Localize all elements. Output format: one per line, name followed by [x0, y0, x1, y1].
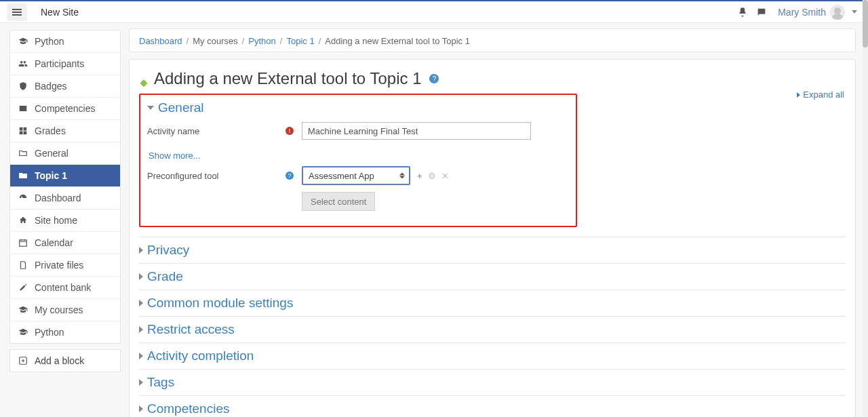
- show-more-link[interactable]: Show more...: [149, 151, 201, 161]
- sidebar-item-label: Python: [35, 36, 64, 47]
- preconfigured-tool-label: Preconfigured tool: [147, 171, 219, 181]
- sidebar-item-topic-1[interactable]: Topic 1: [10, 165, 120, 187]
- crumb-dashboard[interactable]: Dashboard: [139, 36, 182, 46]
- activity-name-input[interactable]: [302, 122, 531, 140]
- required-icon: !: [285, 127, 294, 135]
- crumb-mycourses: My courses: [193, 36, 237, 46]
- crumb-sep: /: [242, 36, 245, 46]
- tags-section-toggle[interactable]: Tags: [139, 375, 846, 390]
- folder-icon: [18, 171, 28, 180]
- activity-section-toggle[interactable]: Activity completion: [139, 349, 846, 363]
- sidebar-item-label: Topic 1: [35, 170, 67, 181]
- graduation-cap-icon: [18, 37, 28, 46]
- common-section-toggle[interactable]: Common module settings: [139, 296, 846, 311]
- user-menu-caret[interactable]: [852, 10, 857, 14]
- crumb-current: Adding a new External tool to Topic 1: [325, 36, 470, 46]
- sidebar-item-calendar[interactable]: Calendar: [10, 232, 120, 254]
- breadcrumb: Dashboard / My courses / Python / Topic …: [139, 36, 847, 46]
- brush-icon: [18, 283, 28, 292]
- chevron-right-icon: [139, 300, 143, 306]
- sidebar-item-python[interactable]: Python: [10, 31, 120, 53]
- graduation-cap-icon: [18, 305, 28, 315]
- sidebar-item-label: Dashboard: [35, 193, 81, 203]
- svg-rect-0: [20, 240, 27, 246]
- sidebar-item-grades[interactable]: Grades: [10, 120, 120, 142]
- add-block-label: Add a block: [35, 355, 84, 366]
- sidebar-item-label: Grades: [35, 125, 66, 136]
- sidebar-item-badges[interactable]: Badges: [10, 75, 120, 98]
- chevron-right-icon: [139, 353, 143, 359]
- sidebar: Python Participants Badges Competencies …: [0, 23, 121, 417]
- sidebar-item-competencies[interactable]: Competencies: [10, 98, 120, 120]
- restrict-section-toggle[interactable]: Restrict access: [139, 322, 846, 337]
- sidebar-item-label: Competencies: [35, 103, 96, 114]
- chevron-right-icon: [139, 405, 143, 412]
- sidebar-item-label: General: [35, 148, 68, 159]
- sidebar-item-label: Participants: [35, 58, 84, 69]
- puzzle-icon: [139, 74, 149, 83]
- scroll-thumb[interactable]: [863, 0, 868, 47]
- sidebar-item-label: Private files: [35, 260, 83, 271]
- grade-section-toggle[interactable]: Grade: [139, 269, 846, 284]
- chevron-right-icon: [139, 247, 143, 254]
- select-content-button[interactable]: Select content: [302, 192, 375, 211]
- page-title-text: Adding a new External tool to Topic 1: [154, 69, 421, 88]
- add-block-button[interactable]: Add a block: [9, 349, 121, 372]
- sidebar-item-my-courses[interactable]: My courses: [10, 299, 120, 321]
- chevron-right-icon: [139, 273, 143, 280]
- crumb-python[interactable]: Python: [248, 36, 275, 46]
- sidebar-item-general[interactable]: General: [10, 142, 120, 165]
- edit-tool-icon: ⚙: [428, 171, 436, 181]
- site-name: New Site: [41, 7, 79, 18]
- bell-icon[interactable]: [737, 7, 748, 18]
- page-title: Adding a new External tool to Topic 1 ?: [139, 69, 846, 88]
- sidebar-item-site-home[interactable]: Site home: [10, 210, 120, 232]
- dashboard-icon: [18, 193, 28, 203]
- crumb-sep: /: [186, 36, 189, 46]
- general-section-highlight: General Activity name ! Show more... Pre…: [139, 94, 577, 227]
- crumb-sep: /: [319, 36, 321, 46]
- sidebar-item-dashboard[interactable]: Dashboard: [10, 187, 120, 210]
- hamburger-menu-button[interactable]: [7, 3, 27, 21]
- sidebar-item-label: My courses: [35, 304, 83, 315]
- users-icon: [18, 59, 28, 68]
- preconfigured-tool-select[interactable]: Assessment App: [302, 166, 410, 185]
- expand-all-link[interactable]: Expand all: [797, 90, 844, 100]
- vertical-scrollbar[interactable]: [863, 0, 868, 417]
- grid-icon: [18, 126, 28, 136]
- add-tool-icon[interactable]: +: [417, 171, 422, 181]
- activity-name-label: Activity name: [147, 126, 199, 136]
- select-caret-icon: [399, 173, 405, 179]
- sidebar-item-label: Site home: [35, 215, 77, 226]
- general-section-toggle[interactable]: General: [147, 100, 569, 115]
- calendar-icon: [18, 238, 28, 247]
- sidebar-item-private-files[interactable]: Private files: [10, 254, 120, 277]
- sidebar-item-python-sub[interactable]: Python: [10, 321, 120, 343]
- shield-icon: [18, 81, 28, 91]
- username-link[interactable]: Mary Smith: [778, 7, 826, 18]
- top-navbar: New Site Mary Smith: [0, 0, 868, 23]
- crumb-topic1[interactable]: Topic 1: [286, 36, 314, 46]
- sidebar-item-label: Badges: [35, 81, 66, 92]
- select-value: Assessment App: [309, 171, 374, 181]
- check-icon: [18, 104, 28, 113]
- sidebar-item-content-bank[interactable]: Content bank: [10, 277, 120, 299]
- general-heading: General: [158, 100, 204, 115]
- privacy-section-toggle[interactable]: Privacy: [139, 243, 846, 258]
- sidebar-item-label: Python: [35, 327, 64, 338]
- expand-all-label: Expand all: [803, 90, 844, 100]
- file-icon: [18, 260, 28, 270]
- avatar[interactable]: [830, 5, 845, 20]
- folder-icon: [18, 148, 28, 158]
- competencies-section-toggle[interactable]: Competencies: [139, 401, 846, 416]
- chevron-down-icon: [147, 106, 154, 110]
- chat-icon[interactable]: [756, 7, 767, 18]
- chevron-right-icon: [139, 379, 143, 386]
- home-icon: [18, 216, 28, 225]
- help-icon[interactable]: ?: [429, 74, 439, 83]
- help-icon[interactable]: ?: [285, 172, 294, 180]
- sidebar-item-label: Calendar: [35, 237, 73, 248]
- sidebar-item-participants[interactable]: Participants: [10, 53, 120, 75]
- delete-tool-icon: ✕: [441, 171, 449, 181]
- graduation-cap-icon: [18, 327, 28, 337]
